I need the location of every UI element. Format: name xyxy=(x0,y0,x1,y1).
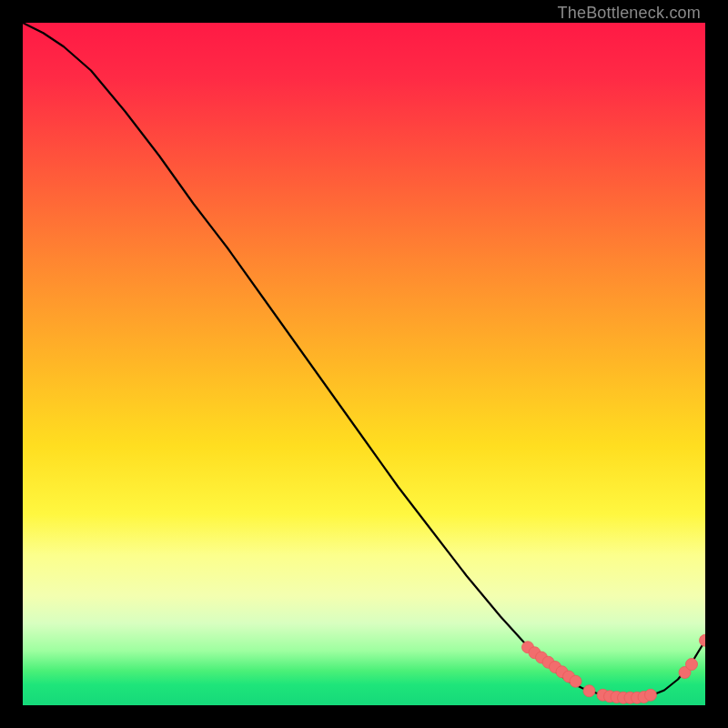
outer-frame: TheBottleneck.com xyxy=(0,0,728,728)
plot-area xyxy=(23,23,705,705)
watermark-text: TheBottleneck.com xyxy=(558,4,701,23)
